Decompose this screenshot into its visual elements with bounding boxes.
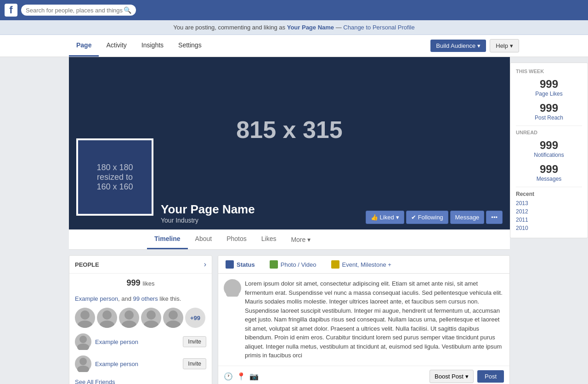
post-tab-event[interactable]: Event, Milestone + bbox=[324, 256, 399, 273]
profile-pic-placeholder: 180 x 180 resized to 160 x 160 bbox=[76, 138, 153, 216]
svg-point-15 bbox=[226, 290, 239, 297]
location-icon[interactable]: 📍 bbox=[237, 372, 246, 381]
notif-separator: — bbox=[336, 24, 344, 31]
tab-about[interactable]: About bbox=[188, 229, 220, 249]
example-person-link[interactable]: Example person bbox=[75, 295, 118, 302]
people-arrow-button[interactable]: › bbox=[204, 260, 206, 269]
more-options-button[interactable]: ••• bbox=[486, 211, 503, 224]
center-content: 815 x 315 180 x 180 resized to 160 x 160… bbox=[0, 57, 510, 384]
svg-point-12 bbox=[79, 358, 87, 365]
notifications-label[interactable]: Notifications bbox=[516, 152, 582, 158]
page-likes-label[interactable]: Page Likes bbox=[516, 91, 582, 97]
recent-year-2013[interactable]: 2013 bbox=[516, 199, 582, 207]
avatar-2 bbox=[97, 308, 117, 328]
svg-point-7 bbox=[144, 321, 158, 328]
divider bbox=[516, 126, 582, 126]
recent-section: Recent 2013 2012 2011 2010 bbox=[516, 191, 582, 232]
likes-label: likes bbox=[143, 280, 155, 287]
avatar-3 bbox=[119, 308, 139, 328]
post-reach-label[interactable]: Post Reach bbox=[516, 115, 582, 121]
tab-insights[interactable]: Insights bbox=[134, 35, 171, 57]
post-avatar bbox=[224, 279, 241, 297]
post-box: Status Photo / Video Event, Milestone + bbox=[218, 255, 510, 384]
top-navigation: f 🔍 bbox=[0, 0, 588, 20]
boost-post-button[interactable]: Boost Post ▾ bbox=[430, 370, 474, 383]
messages-label[interactable]: Messages bbox=[516, 176, 582, 182]
notifications-stat: 999 Notifications bbox=[516, 139, 582, 158]
profile-pic-resized-size: 160 x 160 bbox=[96, 182, 133, 192]
post-tab-photo[interactable]: Photo / Video bbox=[262, 256, 324, 273]
profile-pic-size: 180 x 180 bbox=[96, 163, 133, 172]
svg-point-1 bbox=[78, 321, 92, 328]
photo-video-icon bbox=[270, 260, 278, 269]
invite-button-1[interactable]: Invite bbox=[183, 336, 206, 347]
svg-point-11 bbox=[77, 344, 89, 350]
build-audience-button[interactable]: Build Audience ▾ bbox=[430, 40, 486, 52]
profile-tabs: Timeline About Photos Likes More ▾ bbox=[69, 229, 510, 250]
tab-timeline[interactable]: Timeline bbox=[147, 229, 188, 249]
svg-point-10 bbox=[79, 336, 87, 343]
recent-title: Recent bbox=[516, 191, 582, 197]
tab-likes[interactable]: Likes bbox=[254, 229, 284, 249]
page-actions: 👍 Liked ▾ ✔ Following Message ••• bbox=[366, 211, 503, 224]
search-input[interactable] bbox=[26, 7, 124, 14]
page-navigation: Page Activity Insights Settings Build Au… bbox=[0, 35, 588, 57]
page-nav-tabs: Page Activity Insights Settings bbox=[69, 35, 430, 57]
post-reach-stat: 999 Post Reach bbox=[516, 102, 582, 121]
liked-button[interactable]: 👍 Liked ▾ bbox=[366, 211, 404, 224]
tab-more[interactable]: More ▾ bbox=[283, 230, 318, 249]
search-bar[interactable]: 🔍 bbox=[21, 5, 136, 16]
chevron-down-icon: ▾ bbox=[510, 42, 513, 49]
stats-widget: THIS WEEK 999 Page Likes 999 Post Reach … bbox=[510, 63, 588, 238]
message-label: Message bbox=[455, 214, 480, 221]
people-likes-count: 999 likes bbox=[69, 274, 212, 292]
post-button[interactable]: Post bbox=[477, 370, 504, 383]
people-header: People › bbox=[69, 256, 212, 274]
boost-label: Boost Post bbox=[435, 373, 464, 380]
people-title: People bbox=[75, 261, 99, 268]
people-friends-text: Example person, and 99 others like this. bbox=[69, 292, 212, 305]
recent-year-2012[interactable]: 2012 bbox=[516, 207, 582, 216]
svg-point-6 bbox=[147, 310, 156, 320]
see-all-friends[interactable]: See All Friends bbox=[69, 375, 212, 384]
post-content: Lorem ipsum dolor sit amet, consectetur … bbox=[218, 274, 509, 366]
post-tab-status[interactable]: Status bbox=[218, 256, 262, 273]
post-footer: 🕐 📍 📷 Boost Post ▾ Post bbox=[218, 366, 509, 384]
page-nav-actions: Build Audience ▾ Help ▾ bbox=[430, 39, 519, 52]
svg-point-2 bbox=[102, 310, 112, 320]
see-all-link[interactable]: See All Friends bbox=[75, 378, 115, 384]
recent-year-2010[interactable]: 2010 bbox=[516, 224, 582, 232]
person-name-2: Example person bbox=[95, 361, 179, 367]
svg-point-13 bbox=[77, 366, 89, 372]
tab-photos[interactable]: Photos bbox=[219, 229, 254, 249]
status-label: Status bbox=[237, 261, 255, 268]
help-button[interactable]: Help ▾ bbox=[490, 39, 519, 52]
avatar-4 bbox=[141, 308, 161, 328]
two-column-layout: People › 999 likes Example person, and 9… bbox=[69, 250, 510, 384]
tab-settings[interactable]: Settings bbox=[171, 35, 209, 57]
tab-page[interactable]: Page bbox=[69, 35, 99, 57]
post-reach-count: 999 bbox=[516, 102, 582, 115]
camera-icon[interactable]: 📷 bbox=[249, 372, 259, 381]
left-column: People › 999 likes Example person, and 9… bbox=[69, 255, 212, 384]
recent-year-2011[interactable]: 2011 bbox=[516, 216, 582, 224]
person-avatar-2 bbox=[75, 355, 91, 372]
avatar-1 bbox=[75, 308, 95, 328]
more-label: More bbox=[291, 236, 305, 243]
clock-icon[interactable]: 🕐 bbox=[224, 372, 233, 381]
svg-point-0 bbox=[80, 310, 90, 320]
message-button[interactable]: Message bbox=[450, 211, 485, 224]
change-profile-link[interactable]: Change to Personal Profile bbox=[343, 24, 414, 31]
svg-point-3 bbox=[100, 321, 114, 328]
messages-count: 999 bbox=[516, 163, 582, 176]
page-likes-count: 999 bbox=[516, 78, 582, 91]
svg-point-9 bbox=[166, 321, 181, 328]
following-button[interactable]: ✔ Following bbox=[406, 211, 448, 224]
others-link[interactable]: 99 others bbox=[133, 295, 158, 302]
avatar-5 bbox=[163, 308, 183, 328]
tab-activity[interactable]: Activity bbox=[99, 35, 134, 57]
notif-prefix: You are posting, commenting and liking a… bbox=[173, 24, 287, 31]
people-box: People › 999 likes Example person, and 9… bbox=[69, 255, 212, 384]
status-icon bbox=[226, 260, 234, 269]
invite-button-2[interactable]: Invite bbox=[183, 358, 206, 369]
